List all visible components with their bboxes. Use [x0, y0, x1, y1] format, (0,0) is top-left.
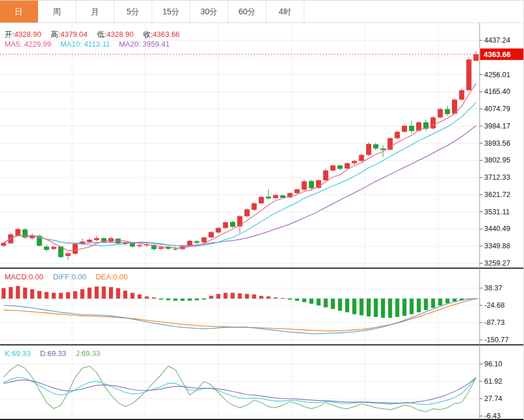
- axis-tick-label: 61.92: [484, 377, 502, 385]
- axis-tick-label: 3440.49: [484, 225, 510, 233]
- axis-tick-label: 4437.24: [484, 36, 510, 44]
- tab-日[interactable]: 日: [0, 1, 38, 22]
- period-tab-bar: 日周月5分15分30分60分4时: [0, 0, 523, 23]
- axis-tick-label: 27.74: [484, 395, 502, 403]
- axis-tick-label: 4256.01: [484, 71, 510, 79]
- kline-chart-app: 日周月5分15分30分60分4时 4437.244346.634256.0141…: [0, 0, 524, 420]
- axis-tick-label: -24.68: [484, 301, 504, 309]
- tab-5分[interactable]: 5分: [114, 1, 152, 22]
- axis-tick-label: -150.77: [484, 336, 508, 344]
- axis-tick-label: 4165.40: [484, 88, 510, 96]
- macd-histogram: [2, 286, 478, 317]
- axis-tick-label: 38.37: [484, 284, 502, 292]
- tab-30分[interactable]: 30分: [190, 1, 228, 22]
- axis-tick-label: 3984.17: [484, 122, 510, 130]
- tab-15分[interactable]: 15分: [152, 1, 190, 22]
- axis-tick-label: 3259.27: [484, 259, 510, 267]
- axis-tick-label: -87.73: [484, 319, 504, 327]
- axis-tick-label: 3802.95: [484, 156, 510, 164]
- axis-tick-label: -6.43: [484, 412, 501, 420]
- j-line: [3, 365, 476, 412]
- axis-tick-label: 3349.88: [484, 242, 510, 250]
- tab-月[interactable]: 月: [76, 1, 114, 22]
- tab-bar-filler: [304, 1, 523, 22]
- chart-canvas[interactable]: 4437.244346.634256.014165.404074.793984.…: [0, 23, 524, 420]
- axis-tick-label: 96.10: [484, 360, 502, 368]
- tab-60分[interactable]: 60分: [228, 1, 266, 22]
- axis-tick-label: 3531.11: [484, 208, 510, 216]
- axis-tick-label: 3621.72: [484, 191, 510, 199]
- tab-周[interactable]: 周: [38, 1, 76, 22]
- tab-4时[interactable]: 4时: [266, 1, 304, 22]
- axis-tick-label: 4074.79: [484, 105, 510, 113]
- svg-text:4363.66: 4363.66: [484, 50, 511, 59]
- current-price-tag: 4363.66: [480, 48, 524, 60]
- chart-area: 4437.244346.634256.014165.404074.793984.…: [0, 23, 524, 420]
- candlestick-series: [1, 51, 479, 260]
- axis-tick-label: 3712.33: [484, 173, 510, 181]
- axis-tick-label: 3893.56: [484, 139, 510, 147]
